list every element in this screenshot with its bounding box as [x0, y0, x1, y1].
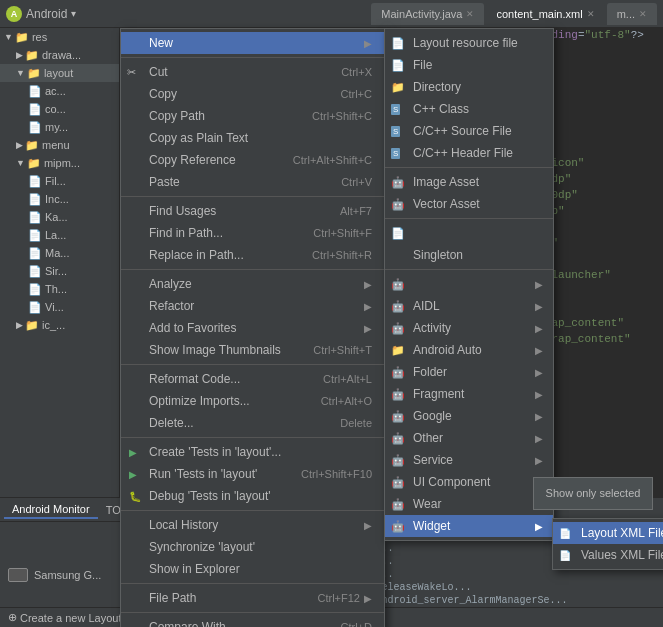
bottom-tab-android-monitor[interactable]: Android Monitor — [4, 501, 98, 519]
tab-content-main[interactable]: content_main.xml ✕ — [486, 3, 604, 25]
menu-label-local-history: Local History — [149, 518, 360, 532]
menu-label-paste: Paste — [149, 175, 321, 189]
tree-item-ka[interactable]: 📄 Ka... — [0, 208, 119, 226]
tab-content-main-close[interactable]: ✕ — [587, 9, 595, 19]
vector-asset-icon: 🤖 — [391, 198, 405, 211]
tree-item-drawa[interactable]: ▶ 📁 drawa... — [0, 46, 119, 64]
submenu-item-android-auto[interactable]: 🤖 Activity ▶ — [385, 317, 553, 339]
submenu-item-image-asset[interactable]: 🤖 Image Asset — [385, 171, 553, 193]
tree-item-ac[interactable]: 📄 ac... — [0, 82, 119, 100]
tree-item-inc[interactable]: 📄 Inc... — [0, 190, 119, 208]
menu-label-find-path: Find in Path... — [149, 226, 293, 240]
submenu-arrow-fragment: ▶ — [535, 367, 543, 378]
file-icon-th: 📄 — [28, 283, 42, 296]
submenu-item-layout-resource[interactable]: 📄 Layout resource file — [385, 32, 553, 54]
xml-item-values[interactable]: 📄 Values XML File — [553, 544, 663, 566]
file-icon-ma: 📄 — [28, 247, 42, 260]
submenu-item-activity[interactable]: 🤖 AIDL ▶ — [385, 295, 553, 317]
submenu-item-folder[interactable]: 📁 Android Auto ▶ — [385, 339, 553, 361]
menu-item-local-history[interactable]: Local History ▶ — [121, 514, 384, 536]
submenu-item-cpp-source[interactable]: S C/C++ Source File — [385, 120, 553, 142]
tree-item-sir[interactable]: 📄 Sir... — [0, 262, 119, 280]
xml-item-layout[interactable]: 📄 Layout XML File — [553, 522, 663, 544]
tree-item-th[interactable]: 📄 Th... — [0, 280, 119, 298]
menu-item-analyze[interactable]: Analyze ▶ — [121, 273, 384, 295]
status-create-layout[interactable]: ⊕ Create a new Layout — [8, 611, 122, 624]
menu-item-sync[interactable]: Synchronize 'layout' — [121, 536, 384, 558]
tree-item-ic[interactable]: ▶ 📁 ic_... — [0, 316, 119, 334]
tree-item-menu[interactable]: ▶ 📁 menu — [0, 136, 119, 154]
layout-resource-icon: 📄 — [391, 37, 405, 50]
menu-label-add-favs: Add to Favorites — [149, 321, 360, 335]
folder-icon-layout: 📁 — [27, 67, 41, 80]
tree-item-my[interactable]: 📄 my... — [0, 118, 119, 136]
submenu-item-service[interactable]: 🤖 Other ▶ — [385, 427, 553, 449]
menu-item-copy[interactable]: Copy Ctrl+C — [121, 83, 384, 105]
tree-item-layout[interactable]: ▼ 📁 layout — [0, 64, 119, 82]
menu-item-show-explorer[interactable]: Show in Explorer — [121, 558, 384, 580]
tree-label-mipm: mipm... — [44, 157, 80, 169]
submenu-label-fragment: Folder — [413, 365, 447, 379]
menu-shortcut-optimize: Ctrl+Alt+O — [321, 395, 372, 407]
submenu-item-cpp-class[interactable]: S C++ Class — [385, 98, 553, 120]
menu-item-reformat[interactable]: Reformat Code... Ctrl+Alt+L — [121, 368, 384, 390]
tree-item-mipm[interactable]: ▼ 📁 mipm... — [0, 154, 119, 172]
submenu-arrow-activity: ▶ — [535, 301, 543, 312]
submenu-item-wear[interactable]: 🤖 UI Component ▶ — [385, 471, 553, 493]
tab-m-close[interactable]: ✕ — [639, 9, 647, 19]
menu-item-copy-path[interactable]: Copy Path Ctrl+Shift+C — [121, 105, 384, 127]
tree-item-la[interactable]: 📄 La... — [0, 226, 119, 244]
submenu-item-fragment[interactable]: 🤖 Folder ▶ — [385, 361, 553, 383]
submenu-item-cpp-header[interactable]: S C/C++ Header File — [385, 142, 553, 164]
menu-item-copy-ref[interactable]: Copy Reference Ctrl+Alt+Shift+C — [121, 149, 384, 171]
submenu-item-xml[interactable]: 🤖 Widget ▶ — [385, 515, 553, 537]
menu-item-paste[interactable]: Paste Ctrl+V — [121, 171, 384, 193]
menu-item-optimize[interactable]: Optimize Imports... Ctrl+Alt+O — [121, 390, 384, 412]
menu-item-replace[interactable]: Replace in Path... Ctrl+Shift+R — [121, 244, 384, 266]
menu-item-debug-tests[interactable]: 🐛 Debug 'Tests in 'layout' — [121, 485, 384, 507]
menu-item-file-path[interactable]: File Path Ctrl+F12 ▶ — [121, 587, 384, 609]
submenu-item-directory[interactable]: 📁 Directory — [385, 76, 553, 98]
cpp-class-icon: S — [391, 104, 400, 115]
submenu-item-google[interactable]: 🤖 Fragment ▶ — [385, 383, 553, 405]
submenu-item-singleton[interactable]: 📄 — [385, 222, 553, 244]
file-icon-my: 📄 — [28, 121, 42, 134]
tab-mainactivity-close[interactable]: ✕ — [466, 9, 474, 19]
show-only-selected-button[interactable]: Show only selected — [533, 477, 653, 510]
menu-item-add-favs[interactable]: Add to Favorites ▶ — [121, 317, 384, 339]
tab-mainactivity[interactable]: MainActivity.java ✕ — [371, 3, 484, 25]
submenu-item-aidl[interactable]: 🤖 ▶ — [385, 273, 553, 295]
menu-item-find-usages[interactable]: Find Usages Alt+F7 — [121, 200, 384, 222]
menu-item-show-thumb[interactable]: Show Image Thumbnails Ctrl+Shift+T — [121, 339, 384, 361]
menu-item-compare[interactable]: Compare With... Ctrl+D — [121, 616, 384, 627]
submenu-item-other[interactable]: 🤖 Google ▶ — [385, 405, 553, 427]
tree-label-sir: Sir... — [45, 265, 67, 277]
submenu-item-ui-component[interactable]: 🤖 Service ▶ — [385, 449, 553, 471]
menu-sep-1 — [121, 196, 384, 197]
title-dropdown-arrow[interactable]: ▾ — [71, 8, 76, 19]
tree-item-co[interactable]: 📄 co... — [0, 100, 119, 118]
menu-item-refactor[interactable]: Refactor ▶ — [121, 295, 384, 317]
tree-item-ma[interactable]: 📄 Ma... — [0, 244, 119, 262]
submenu-label-edit-templates: Singleton — [413, 248, 463, 262]
menu-item-create-tests[interactable]: ▶ Create 'Tests in 'layout'... — [121, 441, 384, 463]
tree-item-vi[interactable]: 📄 Vi... — [0, 298, 119, 316]
tab-m[interactable]: m... ✕ — [607, 3, 657, 25]
app-title: Android — [26, 7, 67, 21]
tree-item-fil[interactable]: 📄 Fil... — [0, 172, 119, 190]
submenu-item-file[interactable]: 📄 File — [385, 54, 553, 76]
menu-item-cut[interactable]: ✂ Cut Ctrl+X — [121, 61, 384, 83]
submenu-item-vector-asset[interactable]: 🤖 Vector Asset — [385, 193, 553, 215]
tree-item-res[interactable]: ▼ 📁 res — [0, 28, 119, 46]
wear-icon: 🤖 — [391, 476, 405, 489]
menu-item-new[interactable]: New ▶ — [121, 32, 384, 54]
menu-label-analyze: Analyze — [149, 277, 360, 291]
tree-arrow-layout: ▼ — [16, 68, 25, 78]
submenu-item-widget[interactable]: 🤖 Wear ▶ — [385, 493, 553, 515]
menu-item-run-tests[interactable]: ▶ Run 'Tests in 'layout' Ctrl+Shift+F10 — [121, 463, 384, 485]
menu-item-find-path[interactable]: Find in Path... Ctrl+Shift+F — [121, 222, 384, 244]
menu-item-delete[interactable]: Delete... Delete — [121, 412, 384, 434]
file-icon-inc: 📄 — [28, 193, 42, 206]
submenu-item-edit-templates[interactable]: Singleton — [385, 244, 553, 266]
menu-item-copy-plain[interactable]: Copy as Plain Text — [121, 127, 384, 149]
